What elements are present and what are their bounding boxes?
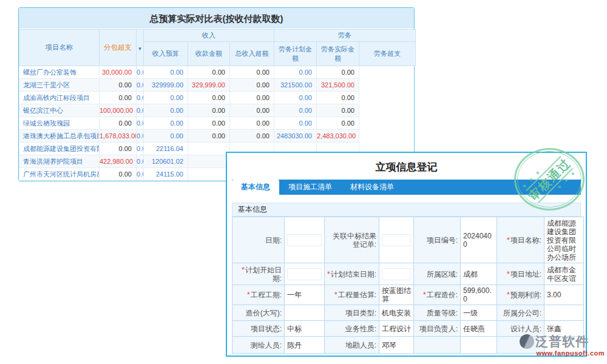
field-label: *计划开始日期: bbox=[232, 263, 285, 285]
amount-cell bbox=[188, 155, 230, 168]
vendor-logo: 泛普软件 www.fanpusoft.com bbox=[520, 333, 605, 357]
amount-cell: 0.00 bbox=[188, 92, 230, 104]
column-header[interactable]: 劳务超支 bbox=[359, 42, 416, 66]
table-row[interactable]: 成渝高铁内江标段项目0.000.000.000.000.000.000.00 bbox=[19, 92, 416, 104]
column-group-income: 收入 bbox=[144, 30, 274, 42]
field-label: *工程造价: bbox=[414, 285, 461, 305]
column-header[interactable]: 总收入超额 bbox=[230, 42, 274, 66]
amount-cell: 100,000.00 bbox=[100, 104, 137, 117]
amount-cell: 24115.00 bbox=[144, 168, 188, 181]
table-row[interactable]: 银亿滨江中心100,000.000.000.000.000.000.000.00 bbox=[19, 104, 416, 117]
column-header-subcontract-overrun[interactable]: 分包超支 bbox=[100, 30, 137, 66]
project-name-link[interactable]: 广州市天河区统计局机房改造 bbox=[19, 168, 100, 181]
amount-cell: 0.00 bbox=[230, 66, 274, 79]
amount-cell: 120601.02 bbox=[144, 155, 188, 168]
table-row[interactable]: 港珠澳大桥施工总承包项目1,678,033.000.000.000.000.00… bbox=[19, 130, 416, 143]
project-registration-window: 立项信息登记 基本信息项目施工清单材料设备清单 基本信息 日期:关联中标结果登记… bbox=[226, 152, 587, 357]
field-value[interactable]: 成都能源建设集团投资有限公司临时办公场所 bbox=[544, 217, 584, 263]
field-value[interactable]: 成都 bbox=[461, 263, 497, 285]
field-value[interactable] bbox=[544, 305, 584, 321]
column-header[interactable]: 收款金额 bbox=[188, 42, 230, 66]
field-value[interactable]: 成都市金牛区友谊 bbox=[544, 263, 584, 285]
tab-项目施工清单[interactable]: 项目施工清单 bbox=[279, 180, 341, 195]
project-name-link[interactable]: 银亿滨江中心 bbox=[19, 104, 100, 117]
amount-cell: 0.00 bbox=[137, 168, 144, 181]
text-input[interactable] bbox=[287, 268, 322, 280]
table-row[interactable]: 绿城云栖玫瑰园0.000.000.000.000.000.000.00 bbox=[19, 117, 416, 130]
project-name-link[interactable]: 龙湖三千里小区 bbox=[19, 79, 100, 92]
project-name-link[interactable]: 成渝高铁内江标段项目 bbox=[19, 92, 100, 104]
amount-cell: 0.00 bbox=[274, 104, 317, 117]
amount-cell: 0.00 bbox=[230, 117, 274, 130]
project-name-link[interactable]: 青海洪湖养护院项目 bbox=[19, 155, 100, 168]
field-value[interactable]: 陈丹 bbox=[285, 337, 325, 354]
column-header[interactable]: 劳务计划金额 bbox=[274, 42, 317, 66]
amount-cell: 1,678,033.00 bbox=[100, 130, 137, 143]
field-label: *工程工期: bbox=[232, 285, 285, 305]
project-name-link[interactable]: 螺丝厂办公室装饰 bbox=[19, 66, 100, 79]
project-name-link[interactable]: 成都能源建设集团投资有限公司 bbox=[19, 143, 100, 155]
field-value[interactable] bbox=[379, 217, 414, 263]
field-value[interactable] bbox=[285, 305, 325, 321]
amount-cell: 0.00 bbox=[317, 117, 359, 130]
column-header[interactable]: 劳务实际金额 bbox=[317, 42, 359, 66]
field-label: 项目状态: bbox=[232, 321, 285, 337]
column-header-project[interactable]: 项目名称 bbox=[19, 30, 100, 66]
project-name-link[interactable]: 港珠澳大桥施工总承包项目 bbox=[19, 130, 100, 143]
field-value[interactable]: 一年 bbox=[285, 285, 325, 305]
amount-cell: 422,980.00 bbox=[100, 155, 137, 168]
field-value[interactable]: 20240400 bbox=[461, 217, 497, 263]
field-label: *项目地址: bbox=[497, 263, 544, 285]
amount-cell: 0.00 bbox=[317, 66, 359, 79]
field-value[interactable] bbox=[285, 263, 325, 285]
amount-cell: 0.00 bbox=[137, 92, 144, 104]
field-value[interactable]: 按蓝图结算 bbox=[379, 285, 414, 305]
text-input[interactable] bbox=[287, 234, 322, 246]
amount-cell: 0.00 bbox=[137, 155, 144, 168]
field-label: 测绘人员: bbox=[232, 337, 285, 354]
field-value[interactable]: 599,600.0 bbox=[461, 285, 497, 305]
table-row[interactable]: 螺丝厂办公室装饰30,000.000.000.000.000.000.000.0… bbox=[19, 66, 416, 79]
text-input[interactable] bbox=[382, 268, 411, 280]
field-value[interactable] bbox=[285, 217, 325, 263]
field-label bbox=[414, 337, 461, 354]
field-value[interactable]: 中标 bbox=[285, 321, 325, 337]
amount-cell: 0.00 bbox=[188, 66, 230, 79]
column-group-labor: 劳务 bbox=[274, 30, 416, 42]
amount-cell: 30,000.00 bbox=[100, 66, 137, 79]
field-label: *预期利润: bbox=[497, 285, 544, 305]
required-asterisk: * bbox=[327, 270, 330, 278]
required-asterisk: * bbox=[334, 291, 337, 299]
amount-cell: 321500.00 bbox=[274, 79, 317, 92]
amount-cell: 0.00 bbox=[144, 117, 188, 130]
amount-cell: 0.00 bbox=[230, 104, 274, 117]
field-label: 所属分公司: bbox=[497, 305, 544, 321]
column-header[interactable]: 收入预算 bbox=[144, 42, 188, 66]
field-value[interactable] bbox=[461, 337, 497, 354]
amount-cell: 0.00 bbox=[230, 92, 274, 104]
field-value[interactable]: 3.00 bbox=[544, 285, 584, 305]
amount-cell: 0.00 bbox=[144, 104, 188, 117]
amount-cell: 0.00 bbox=[144, 130, 188, 143]
amount-cell: 0.00 bbox=[100, 92, 137, 104]
amount-cell: 0.00 bbox=[100, 168, 137, 181]
text-input[interactable] bbox=[382, 234, 411, 246]
field-label: 地勘人员: bbox=[325, 337, 379, 354]
tab-基本信息[interactable]: 基本信息 bbox=[232, 180, 279, 195]
amount-cell: 0.00 bbox=[274, 92, 317, 104]
tab-材料设备清单[interactable]: 材料设备清单 bbox=[341, 180, 403, 195]
field-label: 质量等级: bbox=[414, 305, 461, 321]
amount-cell: 0.00 bbox=[137, 130, 144, 143]
amount-cell: 0.00 bbox=[188, 117, 230, 130]
table-row[interactable]: 龙湖三千里小区0.000.00329999.00329,999.000.0032… bbox=[19, 79, 416, 92]
field-value[interactable]: 工程设计 bbox=[379, 321, 414, 337]
project-name-link[interactable]: 绿城云栖玫瑰园 bbox=[19, 117, 100, 130]
sort-dropdown-button[interactable]: ▼ bbox=[137, 30, 144, 66]
field-value[interactable]: 任晓燕 bbox=[461, 321, 497, 337]
amount-cell: 0.00 bbox=[100, 117, 137, 130]
field-value[interactable]: 机电安装 bbox=[379, 305, 414, 321]
field-value[interactable]: 邓琴 bbox=[379, 337, 414, 354]
field-label: 业务性质: bbox=[325, 321, 379, 337]
field-value[interactable]: 一级 bbox=[461, 305, 497, 321]
field-value[interactable] bbox=[379, 263, 414, 285]
